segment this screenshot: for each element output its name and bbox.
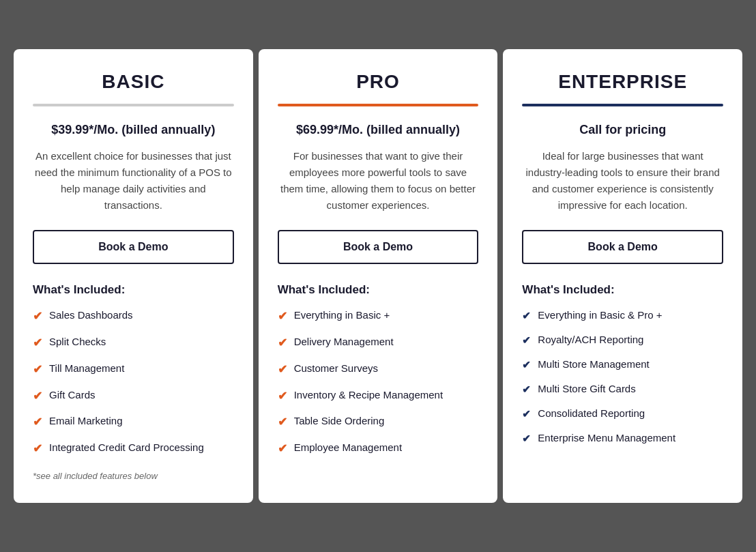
feature-text: Gift Cards bbox=[49, 388, 96, 402]
list-item: ✔ Multi Store Management bbox=[522, 357, 723, 372]
check-icon: ✔ bbox=[522, 333, 531, 347]
pricing-container: BASIC $39.99*/Mo. (billed annually) An e… bbox=[14, 49, 742, 503]
feature-text: Multi Store Gift Cards bbox=[538, 381, 635, 396]
check-icon: ✔ bbox=[33, 414, 42, 431]
basic-card: BASIC $39.99*/Mo. (billed annually) An e… bbox=[14, 49, 253, 503]
list-item: ✔ Multi Store Gift Cards bbox=[522, 381, 723, 396]
list-item: ✔ Sales Dashboards bbox=[33, 308, 234, 325]
enterprise-price: Call for pricing bbox=[522, 123, 723, 137]
check-icon: ✔ bbox=[522, 308, 531, 323]
basic-price-suffix: */Mo. (billed annually) bbox=[89, 123, 215, 136]
pro-price-main: $69.99 bbox=[296, 123, 334, 136]
pro-book-demo-button[interactable]: Book a Demo bbox=[278, 230, 479, 264]
feature-text: Split Checks bbox=[49, 334, 106, 349]
list-item: ✔ Integrated Credit Card Processing bbox=[33, 440, 234, 457]
feature-text: Employee Management bbox=[294, 440, 402, 454]
pro-divider bbox=[278, 104, 479, 106]
enterprise-feature-list: ✔ Everything in Basic & Pro + ✔ Royalty/… bbox=[522, 308, 723, 446]
list-item: ✔ Email Marketing bbox=[33, 413, 234, 431]
pro-price: $69.99*/Mo. (billed annually) bbox=[278, 123, 479, 137]
list-item: ✔ Everything in Basic + bbox=[278, 308, 479, 325]
feature-text: Consolidated Reporting bbox=[538, 406, 645, 420]
feature-text: Multi Store Management bbox=[538, 357, 649, 371]
enterprise-whats-included-label: What's Included: bbox=[522, 283, 723, 297]
pro-card: PRO $69.99*/Mo. (billed annually) For bu… bbox=[259, 49, 498, 503]
list-item: ✔ Everything in Basic & Pro + bbox=[522, 308, 723, 323]
enterprise-card-title: ENTERPRISE bbox=[522, 71, 723, 93]
list-item: ✔ Delivery Management bbox=[278, 334, 479, 351]
basic-divider bbox=[33, 104, 234, 106]
check-icon: ✔ bbox=[278, 308, 287, 325]
feature-text: Everything in Basic + bbox=[294, 308, 390, 322]
basic-description: An excellent choice for businesses that … bbox=[33, 148, 234, 214]
check-icon: ✔ bbox=[522, 382, 531, 396]
feature-text: Table Side Ordering bbox=[294, 413, 385, 428]
feature-text: Delivery Management bbox=[294, 334, 394, 349]
enterprise-price-main: Call for pricing bbox=[579, 123, 666, 136]
pro-card-title: PRO bbox=[278, 71, 479, 93]
feature-text: Till Management bbox=[49, 361, 124, 375]
basic-book-demo-button[interactable]: Book a Demo bbox=[33, 230, 234, 264]
check-icon: ✔ bbox=[278, 362, 287, 378]
feature-text: Inventory & Recipe Management bbox=[294, 388, 443, 402]
enterprise-book-demo-button[interactable]: Book a Demo bbox=[522, 230, 723, 264]
check-icon: ✔ bbox=[522, 407, 531, 421]
enterprise-description: Ideal for large businesses that want ind… bbox=[522, 148, 723, 214]
check-icon: ✔ bbox=[33, 335, 42, 351]
list-item: ✔ Table Side Ordering bbox=[278, 413, 479, 431]
check-icon: ✔ bbox=[278, 335, 287, 351]
basic-footnote: *see all included features below bbox=[33, 471, 234, 481]
check-icon: ✔ bbox=[278, 414, 287, 431]
check-icon: ✔ bbox=[33, 362, 42, 378]
list-item: ✔ Royalty/ACH Reporting bbox=[522, 332, 723, 347]
list-item: ✔ Customer Surveys bbox=[278, 361, 479, 378]
list-item: ✔ Inventory & Recipe Management bbox=[278, 388, 479, 405]
feature-text: Sales Dashboards bbox=[49, 308, 133, 322]
feature-text: Integrated Credit Card Processing bbox=[49, 440, 204, 454]
check-icon: ✔ bbox=[278, 441, 287, 457]
check-icon: ✔ bbox=[33, 308, 42, 325]
feature-text: Everything in Basic & Pro + bbox=[538, 308, 662, 322]
list-item: ✔ Split Checks bbox=[33, 334, 234, 351]
check-icon: ✔ bbox=[522, 358, 531, 372]
feature-text: Royalty/ACH Reporting bbox=[538, 332, 643, 347]
basic-price-main: $39.99 bbox=[51, 123, 89, 136]
pro-description: For businesses that want to give their e… bbox=[278, 148, 479, 214]
list-item: ✔ Consolidated Reporting bbox=[522, 406, 723, 421]
list-item: ✔ Employee Management bbox=[278, 440, 479, 457]
enterprise-divider bbox=[522, 104, 723, 106]
basic-price: $39.99*/Mo. (billed annually) bbox=[33, 123, 234, 137]
feature-text: Customer Surveys bbox=[294, 361, 378, 375]
basic-whats-included-label: What's Included: bbox=[33, 283, 234, 297]
list-item: ✔ Gift Cards bbox=[33, 388, 234, 405]
basic-card-title: BASIC bbox=[33, 71, 234, 93]
check-icon: ✔ bbox=[33, 441, 42, 457]
basic-feature-list: ✔ Sales Dashboards ✔ Split Checks ✔ Till… bbox=[33, 308, 234, 457]
list-item: ✔ Enterprise Menu Management bbox=[522, 431, 723, 446]
check-icon: ✔ bbox=[522, 431, 531, 446]
feature-text: Enterprise Menu Management bbox=[538, 431, 675, 445]
pro-feature-list: ✔ Everything in Basic + ✔ Delivery Manag… bbox=[278, 308, 479, 457]
feature-text: Email Marketing bbox=[49, 413, 123, 428]
pro-price-suffix: */Mo. (billed annually) bbox=[334, 123, 460, 136]
check-icon: ✔ bbox=[33, 388, 42, 405]
check-icon: ✔ bbox=[278, 388, 287, 405]
list-item: ✔ Till Management bbox=[33, 361, 234, 378]
enterprise-card: ENTERPRISE Call for pricing Ideal for la… bbox=[503, 49, 742, 503]
pro-whats-included-label: What's Included: bbox=[278, 283, 479, 297]
